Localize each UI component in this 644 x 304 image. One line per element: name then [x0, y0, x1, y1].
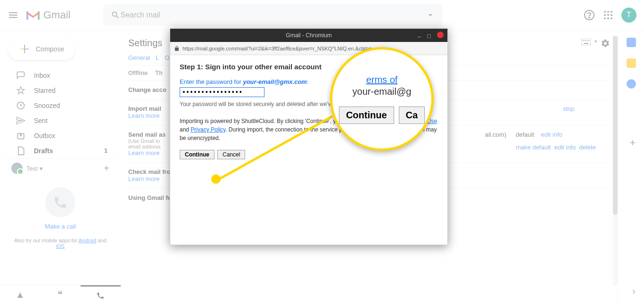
tab-l[interactable]: L [156, 54, 159, 61]
phone-icon [45, 187, 75, 217]
gear-icon[interactable] [601, 39, 610, 48]
delete-alias[interactable]: delete [579, 144, 595, 151]
continue-button[interactable]: Continue [180, 150, 215, 159]
svg-rect-16 [583, 40, 584, 41]
privacy-link[interactable]: Privacy Policy [190, 126, 225, 133]
svg-point-7 [604, 14, 606, 16]
ios-link[interactable]: iOS [56, 243, 65, 249]
magnified-continue: Continue [339, 107, 394, 124]
svg-rect-18 [586, 40, 587, 41]
page-title: Settings [128, 38, 162, 49]
calendar-icon[interactable] [627, 38, 636, 47]
account-name: Test [26, 165, 38, 172]
add-account-icon[interactable]: + [104, 163, 109, 174]
send-icon [16, 116, 25, 125]
make-default[interactable]: make default [516, 144, 551, 151]
make-call-link[interactable]: Make a call [13, 223, 107, 230]
svg-point-6 [611, 11, 612, 13]
apps-icon[interactable] [603, 9, 614, 21]
svg-point-8 [607, 14, 609, 16]
compose-button[interactable]: Compose [8, 38, 75, 60]
svg-rect-19 [588, 40, 589, 41]
popup-title: Gmail - Chromium [286, 32, 331, 39]
lock-icon [174, 46, 180, 51]
inbox-icon [16, 71, 25, 80]
keyboard-icon[interactable] [581, 39, 591, 45]
svg-point-5 [607, 11, 609, 13]
mobile-apps-text: Also try our mobile apps for Android and… [13, 238, 107, 249]
password-input[interactable] [180, 87, 264, 97]
help-icon[interactable] [584, 9, 595, 21]
outbox-icon [16, 131, 25, 140]
svg-rect-20 [584, 43, 588, 44]
search-icon [111, 10, 120, 20]
hangouts-tab-icon[interactable]: ❝ [40, 285, 80, 304]
import-stop[interactable]: stop [563, 105, 575, 112]
phone-tab-icon[interactable] [81, 285, 121, 304]
avatar[interactable]: T [621, 8, 636, 23]
sidebar-item-sent[interactable]: Sent [4, 113, 113, 128]
magnified-cancel: Ca [399, 107, 425, 124]
svg-point-9 [611, 14, 612, 16]
collapse-panel-icon[interactable]: › [632, 286, 636, 296]
popup-maximize-icon[interactable]: ◻ [427, 33, 431, 39]
tab-general[interactable]: General [128, 54, 150, 61]
draft-icon [16, 146, 25, 156]
svg-point-11 [607, 17, 609, 19]
svg-point-10 [604, 17, 606, 19]
search-bar[interactable] [103, 4, 443, 26]
contacts-tab-icon[interactable]: ▲ [0, 285, 40, 304]
svg-point-3 [589, 17, 590, 18]
scrollbar[interactable] [613, 36, 618, 286]
sidebar-item-starred[interactable]: Starred [4, 83, 113, 98]
gmail-logo[interactable]: Gmail [26, 9, 70, 21]
plus-icon [19, 43, 30, 55]
sidebar-item-snoozed[interactable]: Snoozed [4, 98, 113, 113]
android-link[interactable]: Android [79, 238, 97, 243]
search-input[interactable] [120, 11, 426, 19]
subtab-offline[interactable]: Offline [128, 69, 148, 76]
dropdown-icon[interactable] [426, 10, 435, 20]
popup-close-icon[interactable] [437, 32, 444, 38]
clock-icon [16, 101, 25, 110]
edit-info-1[interactable]: edit info [541, 131, 563, 138]
account-avatar-icon [11, 163, 23, 174]
account-selector[interactable]: Test ▾ + [4, 158, 117, 178]
sidebar-item-drafts[interactable]: Drafts1 [4, 143, 113, 158]
app-name: Gmail [43, 9, 70, 21]
sidebar-item-inbox[interactable]: Inbox [4, 68, 113, 83]
callout-dot [211, 174, 221, 184]
subtab-th[interactable]: Th [155, 69, 163, 76]
keep-icon[interactable] [627, 58, 636, 68]
compose-label: Compose [36, 45, 64, 53]
magnifier-callout: erms of your-email@g Continue Ca [330, 47, 434, 151]
edit-info-2[interactable]: edit info [554, 144, 576, 151]
cancel-button[interactable]: Cancel [217, 150, 245, 159]
svg-rect-15 [581, 39, 591, 45]
svg-point-4 [604, 11, 606, 13]
popup-url: https://mail.google.com/mail/?ui=2&ik=3f… [182, 46, 376, 51]
svg-rect-17 [585, 40, 586, 41]
sidebar-item-outbox[interactable]: Outbox [4, 128, 113, 143]
add-sidepanel-icon[interactable]: + [629, 137, 636, 149]
menu-icon[interactable] [8, 9, 19, 21]
popup-minimize-icon[interactable]: – [417, 33, 421, 40]
svg-point-12 [611, 17, 612, 19]
star-icon [16, 86, 25, 95]
tasks-icon[interactable] [627, 79, 636, 89]
